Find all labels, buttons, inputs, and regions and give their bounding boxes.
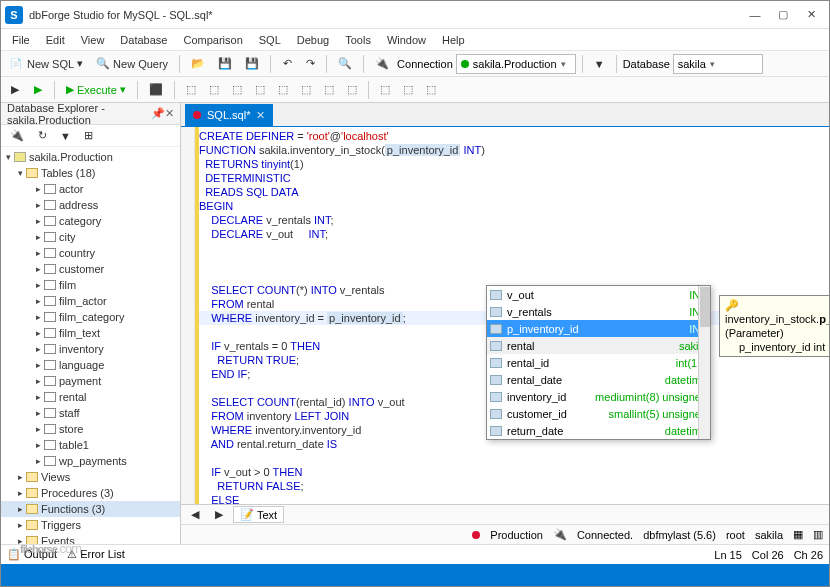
save-all-button[interactable]: 💾 (240, 54, 264, 74)
text-view-tab[interactable]: 📝 Text (233, 506, 284, 523)
tree-procedures-folder[interactable]: ▸Procedures (3) (1, 485, 180, 501)
menu-edit[interactable]: Edit (39, 32, 72, 48)
tree-table-rental[interactable]: ▸rental (1, 389, 180, 405)
code-line-2[interactable]: FUNCTION sakila.inventory_in_stock(p_inv… (199, 143, 825, 157)
maximize-button[interactable]: ▢ (769, 5, 797, 25)
ac-item-rental_id[interactable]: rental_idint(11) (487, 354, 710, 371)
tree-table-store[interactable]: ▸store (1, 421, 180, 437)
tool-btn-9[interactable]: ⬚ (375, 80, 395, 100)
menu-comparison[interactable]: Comparison (176, 32, 249, 48)
ac-item-return_date[interactable]: return_datedatetime (487, 422, 710, 439)
file-tab-sql[interactable]: SQL.sql* ✕ (185, 104, 273, 126)
close-button[interactable]: ✕ (797, 5, 825, 25)
menu-help[interactable]: Help (435, 32, 472, 48)
menu-tools[interactable]: Tools (338, 32, 378, 48)
refresh-button[interactable]: ↻ (32, 126, 52, 146)
prev-tab-button[interactable]: ◀ (185, 505, 205, 525)
autocomplete-popup[interactable]: v_outINTv_rentalsINTp_inventory_idINTren… (486, 285, 711, 440)
fold-gutter[interactable] (181, 127, 195, 504)
database-tree[interactable]: ▾sakila.Production▾Tables (18)▸actor▸add… (1, 147, 180, 544)
tree-table-wp_payments[interactable]: ▸wp_payments (1, 453, 180, 469)
tree-table-customer[interactable]: ▸customer (1, 261, 180, 277)
tree-tables-folder[interactable]: ▾Tables (18) (1, 165, 180, 181)
tree-table-staff[interactable]: ▸staff (1, 405, 180, 421)
menu-window[interactable]: Window (380, 32, 433, 48)
connection-icon[interactable]: 🔌 (370, 54, 394, 74)
code-line-3[interactable]: RETURNS tinyint(1) (199, 157, 825, 171)
open-button[interactable]: 📂 (186, 54, 210, 74)
code-line-11[interactable] (199, 269, 825, 283)
tree-table-category[interactable]: ▸category (1, 213, 180, 229)
execute-button[interactable]: ▶ Execute▾ (61, 80, 131, 100)
menu-file[interactable]: File (5, 32, 37, 48)
tree-table-film_actor[interactable]: ▸film_actor (1, 293, 180, 309)
code-line-24[interactable] (199, 451, 825, 465)
tree-table-address[interactable]: ▸address (1, 197, 180, 213)
menu-debug[interactable]: Debug (290, 32, 336, 48)
tree-table-film_category[interactable]: ▸film_category (1, 309, 180, 325)
tool-btn-8[interactable]: ⬚ (342, 80, 362, 100)
code-line-4[interactable]: DETERMINISTIC (199, 171, 825, 185)
tab-close-button[interactable]: ✕ (256, 109, 265, 122)
undo-button[interactable]: ↶ (277, 54, 297, 74)
tool-btn-10[interactable]: ⬚ (398, 80, 418, 100)
run-button[interactable]: ▶ (28, 80, 48, 100)
code-line-6[interactable]: BEGIN (199, 199, 825, 213)
tree-triggers-folder[interactable]: ▸Triggers (1, 517, 180, 533)
menu-sql[interactable]: SQL (252, 32, 288, 48)
tool-btn-3[interactable]: ⬚ (227, 80, 247, 100)
tree-table-country[interactable]: ▸country (1, 245, 180, 261)
new-connection-button[interactable]: 🔌 (5, 126, 29, 146)
tree-table-payment[interactable]: ▸payment (1, 373, 180, 389)
tool-btn-5[interactable]: ⬚ (273, 80, 293, 100)
layout-icon[interactable]: ▥ (813, 528, 823, 541)
save-button[interactable]: 💾 (213, 54, 237, 74)
tool-btn-7[interactable]: ⬚ (319, 80, 339, 100)
code-line-10[interactable] (199, 255, 825, 269)
grid-icon[interactable]: ▦ (793, 528, 803, 541)
tree-views-folder[interactable]: ▸Views (1, 469, 180, 485)
tree-table-film[interactable]: ▸film (1, 277, 180, 293)
code-editor[interactable]: CREATE DEFINER = 'root'@'localhost'FUNCT… (181, 127, 829, 504)
new-query-button[interactable]: 🔍New Query (91, 54, 173, 74)
tree-table-actor[interactable]: ▸actor (1, 181, 180, 197)
redo-button[interactable]: ↷ (300, 54, 320, 74)
tool-btn-11[interactable]: ⬚ (421, 80, 441, 100)
next-tab-button[interactable]: ▶ (209, 505, 229, 525)
tree-functions-folder[interactable]: ▸Functions (3) (1, 501, 180, 517)
tool-btn-4[interactable]: ⬚ (250, 80, 270, 100)
ac-item-rental[interactable]: rentalsakila (487, 337, 710, 354)
tree-table-inventory[interactable]: ▸inventory (1, 341, 180, 357)
start-debug-button[interactable]: ▶ (5, 80, 25, 100)
menu-view[interactable]: View (74, 32, 112, 48)
code-line-26[interactable]: RETURN FALSE; (199, 479, 825, 493)
tool-btn-1[interactable]: ⬚ (181, 80, 201, 100)
tree-table-table1[interactable]: ▸table1 (1, 437, 180, 453)
tree-table-city[interactable]: ▸city (1, 229, 180, 245)
tool-btn-2[interactable]: ⬚ (204, 80, 224, 100)
ac-item-inventory_id[interactable]: inventory_idmediumint(8) unsigned (487, 388, 710, 405)
filter-button[interactable]: ▼ (589, 54, 610, 74)
tree-table-language[interactable]: ▸language (1, 357, 180, 373)
new-sql-button[interactable]: New SQL▾ (5, 54, 88, 74)
database-dropdown[interactable]: sakila ▾ (673, 54, 763, 74)
find-button[interactable]: 🔍 (333, 54, 357, 74)
ac-item-v_rentals[interactable]: v_rentalsINT (487, 303, 710, 320)
code-line-25[interactable]: IF v_out > 0 THEN (199, 465, 825, 479)
menu-database[interactable]: Database (113, 32, 174, 48)
stop-button[interactable]: ⬛ (144, 80, 168, 100)
ac-item-customer_id[interactable]: customer_idsmallint(5) unsigned (487, 405, 710, 422)
code-line-8[interactable]: DECLARE v_out INT; (199, 227, 825, 241)
autocomplete-scrollbar[interactable] (698, 286, 710, 439)
tree-conn-root[interactable]: ▾sakila.Production (1, 149, 180, 165)
ac-item-rental_date[interactable]: rental_datedatetime (487, 371, 710, 388)
code-line-7[interactable]: DECLARE v_rentals INT; (199, 213, 825, 227)
filter-tree-button[interactable]: ▼ (55, 126, 76, 146)
explorer-close-button[interactable]: ✕ (165, 107, 174, 120)
connection-dropdown[interactable]: sakila.Production ▾ (456, 54, 576, 74)
tree-table-film_text[interactable]: ▸film_text (1, 325, 180, 341)
expand-button[interactable]: ⊞ (79, 126, 99, 146)
code-line-9[interactable] (199, 241, 825, 255)
ac-item-v_out[interactable]: v_outINT (487, 286, 710, 303)
tool-btn-6[interactable]: ⬚ (296, 80, 316, 100)
